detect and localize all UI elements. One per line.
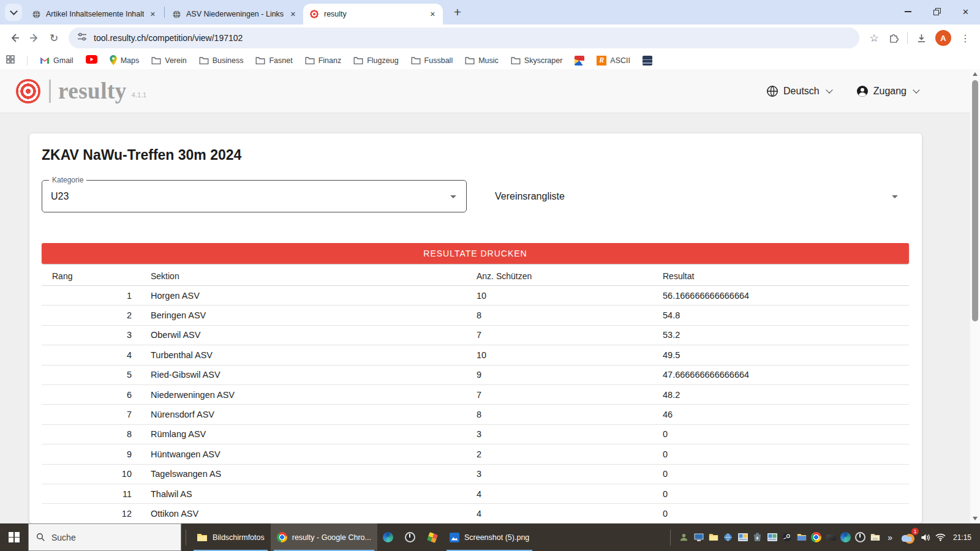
tray-recycle-bin-icon[interactable] xyxy=(752,531,763,543)
extensions-icon[interactable] xyxy=(884,28,903,48)
site-info-icon[interactable] xyxy=(77,32,87,44)
bookmark-folder[interactable]: Finanz xyxy=(305,56,342,65)
pinned-edge-button[interactable] xyxy=(377,523,399,551)
task-label: resulty - Google Chro... xyxy=(292,533,371,542)
bookmark-favicon-2[interactable] xyxy=(643,56,652,66)
bookmark-favicon-1[interactable] xyxy=(575,56,584,66)
start-button[interactable] xyxy=(0,523,28,551)
tray-folder-icon[interactable] xyxy=(707,531,719,543)
cell-anz-schuetzen: 8 xyxy=(466,410,652,419)
tab-search-button[interactable] xyxy=(5,4,22,21)
table-row[interactable]: 7 Nürensdorf ASV 8 46 xyxy=(42,405,909,424)
task-photos-window[interactable]: Screenshot (5).png xyxy=(443,523,535,551)
weather-widget[interactable]: 1 xyxy=(899,529,917,546)
volume-icon[interactable] xyxy=(920,531,932,543)
tab-resulty-active[interactable]: resulty ✕ xyxy=(303,4,443,24)
forward-button[interactable] xyxy=(24,28,44,48)
table-row[interactable]: 2 Beringen ASV 8 54.8 xyxy=(42,305,909,325)
bookmark-folder[interactable]: Music xyxy=(465,56,499,65)
tray-folder2-icon[interactable] xyxy=(796,531,807,543)
bookmark-folder[interactable]: Flugzeug xyxy=(353,56,398,65)
tab-close-icon[interactable]: ✕ xyxy=(429,10,437,18)
cell-anz-schuetzen: 3 xyxy=(466,429,652,439)
scroll-down-arrow[interactable] xyxy=(973,517,978,520)
scroll-up-arrow[interactable] xyxy=(973,72,978,76)
table-row[interactable]: 12 Ottikon ASV 4 0 xyxy=(42,504,909,523)
bookmark-folder[interactable]: Fasnet xyxy=(255,56,292,65)
language-selector[interactable]: Deutsch xyxy=(766,85,832,97)
table-row[interactable]: 5 Ried-Gibswil ASV 9 47.666666666666664 xyxy=(42,365,909,385)
task-chrome-window[interactable]: resulty - Google Chro... xyxy=(271,523,377,551)
tab-close-icon[interactable]: ✕ xyxy=(149,10,157,18)
page-scrollbar[interactable] xyxy=(970,69,980,523)
cell-sektion: Rümlang ASV xyxy=(140,429,466,439)
taskbar-search-box[interactable]: Suche xyxy=(28,523,181,551)
bookmark-maps[interactable]: Maps xyxy=(110,55,140,66)
pinned-app-button[interactable] xyxy=(421,523,443,551)
apps-grid-icon[interactable] xyxy=(6,55,15,66)
tray-device-icon[interactable] xyxy=(825,531,837,543)
downloads-icon[interactable] xyxy=(911,28,931,48)
new-tab-button[interactable]: + xyxy=(449,4,466,21)
tray-display-icon[interactable] xyxy=(693,531,704,543)
kategorie-select[interactable]: Kategorie U23 xyxy=(42,180,467,212)
globe-icon xyxy=(766,85,778,97)
youtube-icon[interactable] xyxy=(86,55,97,66)
restore-button[interactable] xyxy=(922,0,951,23)
task-explorer-window[interactable]: Bildschirmfotos xyxy=(190,523,271,551)
table-row[interactable]: 8 Rümlang ASV 3 0 xyxy=(42,425,909,444)
scrollbar-thumb[interactable] xyxy=(972,80,978,321)
taskbar-divider xyxy=(186,530,186,545)
tab-artikel[interactable]: Artikel Inhaltselemente Inhaltse ✕ xyxy=(26,4,163,24)
taskbar-clock[interactable]: 21:15 xyxy=(949,533,975,542)
dropdown-arrow-icon xyxy=(450,195,456,198)
globe-favicon xyxy=(172,10,181,19)
close-window-button[interactable]: ✕ xyxy=(951,0,980,23)
tray-overflow-chevron[interactable]: » xyxy=(888,533,892,542)
pinned-timer-button[interactable] xyxy=(399,523,421,551)
back-button[interactable] xyxy=(5,28,24,48)
table-row[interactable]: 1 Horgen ASV 10 56.166666666666664 xyxy=(42,286,909,305)
bookmark-label: Maps xyxy=(121,56,140,65)
account-menu[interactable]: Zugang xyxy=(856,85,919,97)
bookmark-star-icon[interactable]: ☆ xyxy=(864,28,884,48)
tray-gallery-icon[interactable] xyxy=(737,531,748,543)
reload-button[interactable]: ↻ xyxy=(44,28,64,48)
tray-gallery2-icon[interactable] xyxy=(766,531,778,543)
toolbar-separator xyxy=(907,32,908,44)
table-row[interactable]: 11 Thalwil AS 4 0 xyxy=(42,484,909,504)
profile-avatar[interactable]: A xyxy=(935,30,951,46)
tray-timer-icon[interactable] xyxy=(854,531,866,543)
table-row[interactable]: 6 Niederweningen ASV 7 48.2 xyxy=(42,385,909,405)
table-row[interactable]: 10 Tagelswangen AS 3 0 xyxy=(42,465,909,484)
bookmark-folder[interactable]: Fussball xyxy=(411,56,453,65)
bookmark-ascii[interactable]: R ASCII xyxy=(597,56,630,66)
table-row[interactable]: 4 Turbenthal ASV 10 49.5 xyxy=(42,345,909,365)
resulty-logo-text[interactable]: resulty xyxy=(58,80,127,102)
menu-icon[interactable]: ⋮ xyxy=(956,28,975,48)
minimize-button[interactable] xyxy=(894,0,922,23)
tray-app-circle-icon[interactable] xyxy=(781,531,793,543)
list-type-select[interactable]: Vereinsrangliste xyxy=(483,180,908,212)
tray-cloud-folder-icon[interactable] xyxy=(869,531,881,543)
resulty-logo-icon[interactable] xyxy=(16,79,40,103)
print-results-button[interactable]: RESULTATE DRUCKEN xyxy=(42,243,909,264)
tab-close-icon[interactable]: ✕ xyxy=(289,10,297,18)
kategorie-label: Kategorie xyxy=(49,176,86,184)
tab-asv-niederweningen[interactable]: ASV Niederweningen - Links ✕ xyxy=(166,4,303,24)
bookmark-folder[interactable]: Skyscraper xyxy=(511,56,563,65)
tray-network-icon[interactable] xyxy=(722,531,734,543)
tray-user-icon[interactable] xyxy=(678,531,690,543)
tray-chrome-icon[interactable] xyxy=(810,531,822,543)
folder-icon xyxy=(411,56,421,64)
task-label: Bildschirmfotos xyxy=(213,533,265,542)
wifi-icon[interactable] xyxy=(935,531,946,543)
bookmark-folder[interactable]: Business xyxy=(199,56,244,65)
bookmark-gmail[interactable]: Gmail xyxy=(40,56,74,65)
address-bar[interactable]: tool.resulty.ch/competition/view/197102 xyxy=(69,28,859,48)
resulty-favicon xyxy=(309,9,319,19)
bookmark-folder[interactable]: Verein xyxy=(151,56,186,65)
tray-edge-icon[interactable] xyxy=(840,531,851,543)
table-row[interactable]: 9 Hüntwangen ASV 2 0 xyxy=(42,444,909,464)
table-row[interactable]: 3 Oberwil ASV 7 53.2 xyxy=(42,326,909,345)
